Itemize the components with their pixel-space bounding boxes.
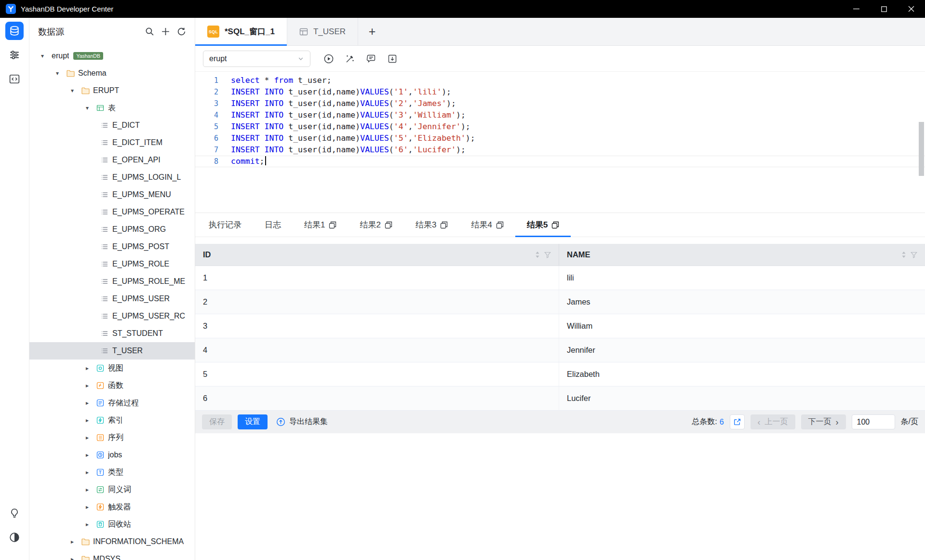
new-tab-button[interactable]: +	[358, 18, 386, 45]
tree-item-E_UPMS_ORG[interactable]: E_UPMS_ORG	[29, 221, 195, 238]
tree-item-索引[interactable]: ▸索引	[29, 412, 195, 429]
caret-right-icon[interactable]: ▸	[86, 400, 96, 406]
caret-right-icon[interactable]: ▸	[71, 538, 81, 545]
table-row[interactable]: 5Elizabeth	[195, 362, 925, 387]
export-results-button[interactable]: 导出结果集	[276, 417, 328, 427]
result-tab-日志[interactable]: 日志	[253, 213, 293, 237]
table-row[interactable]: 3William	[195, 314, 925, 338]
caret-right-icon[interactable]: ▸	[86, 469, 96, 476]
sql-editor[interactable]: 1select * from t_user;2INSERT INTO t_use…	[195, 72, 925, 213]
table-row[interactable]: 1lili	[195, 266, 925, 290]
tree-item-E_UPMS_MENU[interactable]: E_UPMS_MENU	[29, 186, 195, 203]
code-line-3[interactable]: 3INSERT INTO t_user(id,name)VALUES('2','…	[195, 98, 925, 109]
save-button[interactable]: 保存	[202, 414, 232, 429]
search-icon[interactable]	[145, 27, 154, 36]
tree-item-E_DICT[interactable]: E_DICT	[29, 117, 195, 134]
caret-down-icon[interactable]: ▾	[41, 53, 52, 59]
refresh-icon[interactable]	[177, 27, 186, 36]
settings-rail-button[interactable]	[5, 46, 24, 64]
tree-item-类型[interactable]: ▸类型	[29, 464, 195, 481]
run-button[interactable]	[320, 51, 337, 67]
console-rail-button[interactable]	[5, 70, 24, 88]
tree-item-触发器[interactable]: ▸触发器	[29, 498, 195, 516]
next-page-button[interactable]: 下一页 ›	[801, 414, 846, 429]
caret-right-icon[interactable]: ▸	[86, 417, 96, 424]
caret-right-icon[interactable]: ▸	[86, 521, 96, 528]
tree-item-MDSYS[interactable]: ▸MDSYS	[29, 550, 195, 560]
code-line-2[interactable]: 2INSERT INTO t_user(id,name)VALUES('1','…	[195, 86, 925, 98]
tree-item-Schema[interactable]: ▾Schema	[29, 65, 195, 82]
result-tab-结果5[interactable]: 结果5	[515, 213, 571, 237]
tree-item-E_UPMS_ROLE[interactable]: E_UPMS_ROLE	[29, 255, 195, 273]
page-size-input[interactable]	[852, 414, 895, 429]
tree-item-ERUPT[interactable]: ▾ERUPT	[29, 82, 195, 99]
tree-item-erupt[interactable]: ▾eruptYashanDB	[29, 47, 195, 65]
connection-select[interactable]: erupt	[203, 51, 310, 67]
tips-rail-button[interactable]	[5, 504, 24, 522]
table-row[interactable]: 4Jennifer	[195, 338, 925, 362]
tab-t-user[interactable]: T_USER	[287, 18, 358, 45]
open-result-icon[interactable]	[329, 221, 336, 229]
caret-right-icon[interactable]: ▸	[86, 382, 96, 389]
tree-item-E_UPMS_POST[interactable]: E_UPMS_POST	[29, 238, 195, 255]
open-result-icon[interactable]	[385, 221, 392, 229]
result-tab-结果3[interactable]: 结果3	[404, 213, 459, 237]
format-sql-button[interactable]	[341, 51, 359, 67]
open-result-icon[interactable]	[496, 221, 504, 229]
code-line-5[interactable]: 5INSERT INTO t_user(id,name)VALUES('4','…	[195, 121, 925, 133]
datasource-rail-button[interactable]	[5, 22, 24, 40]
sort-icon[interactable]	[535, 251, 540, 258]
tree-item-函数[interactable]: ▸函数	[29, 377, 195, 394]
caret-down-icon[interactable]: ▾	[71, 87, 81, 94]
prev-page-button[interactable]: ‹ 上一页	[751, 414, 795, 429]
tree-item-E_UPMS_LOGIN_L[interactable]: E_UPMS_LOGIN_L	[29, 169, 195, 186]
caret-right-icon[interactable]: ▸	[86, 434, 96, 441]
export-sql-button[interactable]	[383, 51, 401, 67]
add-connection-icon[interactable]	[161, 27, 170, 36]
caret-down-icon[interactable]: ▾	[86, 105, 96, 111]
filter-icon[interactable]	[911, 252, 917, 258]
table-row[interactable]: 6Lucifer	[195, 387, 925, 411]
tree-item-同义词[interactable]: ▸同义词	[29, 481, 195, 498]
tree-item-E_UPMS_USER_RC[interactable]: E_UPMS_USER_RC	[29, 307, 195, 325]
caret-right-icon[interactable]: ▸	[86, 486, 96, 493]
result-tab-执行记录[interactable]: 执行记录	[197, 213, 253, 237]
theme-toggle-button[interactable]	[5, 528, 24, 547]
table-row[interactable]: 2James	[195, 290, 925, 314]
tree-item-表[interactable]: ▾表	[29, 99, 195, 117]
tree-item-INFORMATION_SCHEMA[interactable]: ▸INFORMATION_SCHEMA	[29, 533, 195, 550]
code-line-4[interactable]: 4INSERT INTO t_user(id,name)VALUES('3','…	[195, 109, 925, 121]
caret-right-icon[interactable]: ▸	[86, 504, 96, 510]
editor-scrollbar-thumb[interactable]	[919, 122, 924, 176]
tree-item-E_OPEN_API[interactable]: E_OPEN_API	[29, 151, 195, 169]
column-header-ID[interactable]: ID	[195, 244, 559, 266]
tree-item-jobs[interactable]: ▸jobs	[29, 446, 195, 464]
column-header-NAME[interactable]: NAME	[559, 244, 925, 266]
result-tab-结果1[interactable]: 结果1	[293, 213, 348, 237]
caret-right-icon[interactable]: ▸	[86, 452, 96, 458]
settings-button[interactable]: 设置	[238, 414, 268, 429]
caret-right-icon[interactable]: ▸	[86, 365, 96, 372]
tree-item-ST_STUDENT[interactable]: ST_STUDENT	[29, 325, 195, 342]
tab-sql-window-1[interactable]: SQL *SQL_窗口_1	[195, 18, 287, 45]
code-line-8[interactable]: 8commit;	[195, 156, 925, 167]
result-tab-结果2[interactable]: 结果2	[348, 213, 403, 237]
minimize-button[interactable]	[843, 0, 870, 18]
tree-item-T_USER[interactable]: T_USER	[29, 342, 195, 360]
sort-icon[interactable]	[901, 251, 906, 258]
maximize-button[interactable]	[870, 0, 898, 18]
caret-down-icon[interactable]: ▾	[56, 70, 67, 77]
tree-item-序列[interactable]: ▸序列	[29, 429, 195, 446]
open-result-window-button[interactable]	[730, 414, 745, 429]
code-line-1[interactable]: 1select * from t_user;	[195, 75, 925, 86]
open-result-icon[interactable]	[551, 221, 559, 229]
tree-item-E_UPMS_ROLE_ME[interactable]: E_UPMS_ROLE_ME	[29, 273, 195, 290]
tree-item-存储过程[interactable]: ▸存储过程	[29, 394, 195, 412]
filter-icon[interactable]	[544, 252, 551, 258]
tree-item-回收站[interactable]: ▸回收站	[29, 516, 195, 533]
comment-button[interactable]	[362, 51, 380, 67]
code-line-6[interactable]: 6INSERT INTO t_user(id,name)VALUES('5','…	[195, 133, 925, 144]
tree-item-E_UPMS_USER[interactable]: E_UPMS_USER	[29, 290, 195, 307]
tree-item-E_UPMS_OPERATE[interactable]: E_UPMS_OPERATE	[29, 203, 195, 221]
close-button[interactable]	[898, 0, 925, 18]
